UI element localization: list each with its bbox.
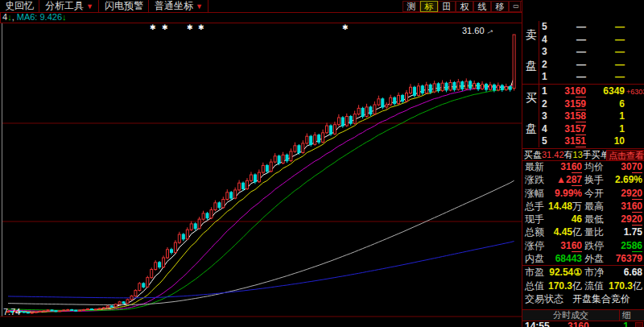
buy-row-3[interactable]: 3 3158 1 <box>539 110 644 122</box>
quote-value: 3160 <box>547 239 582 252</box>
quote-value: 9.99% <box>547 187 582 200</box>
quote-value: 46 <box>547 213 582 226</box>
buy-price[interactable]: 3159 <box>551 98 586 110</box>
toolbar-line-button[interactable]: 线 <box>473 1 491 12</box>
quote-label: 均价 <box>584 160 604 173</box>
quote-label: 最高 <box>584 200 604 213</box>
quote-label: 市净 <box>584 266 604 279</box>
menu-item-analysis-tools[interactable]: 分析工具▼ <box>40 0 99 12</box>
level: 4 <box>542 123 547 135</box>
order-book: 卖 盘 买 盘 5 — — 4 — — 3 — — 2 — — <box>522 21 644 147</box>
toolbar-rights-button[interactable]: 权 <box>456 1 473 12</box>
last-trade-row: 14:55 3160 1 <box>522 321 644 327</box>
sell-price[interactable]: — <box>551 59 586 71</box>
buy-label: 买 <box>526 92 537 103</box>
buy-row-4[interactable]: 4 3157 1 <box>539 123 644 135</box>
click-to-view-button[interactable]: 点击查看 <box>606 150 644 161</box>
quote-label: 市盈 <box>525 266 544 279</box>
buy-row-1[interactable]: 1 3160 6349 +6303 <box>539 85 644 97</box>
quote-label: 最低 <box>584 213 604 226</box>
toolbar-mark-button[interactable]: 标 <box>420 1 438 12</box>
buy-volume: 10 <box>588 135 625 147</box>
trade-price: 3160 <box>568 321 589 327</box>
quote-value: 3160 <box>603 200 642 213</box>
quote-label: 总值 <box>525 279 544 292</box>
level: 5 <box>542 135 547 147</box>
buy-price[interactable]: 3158 <box>551 110 586 122</box>
book-divider <box>522 84 644 85</box>
menu-item-history-recall[interactable]: 史回忆 <box>0 0 39 12</box>
sell-row-3[interactable]: 3 — — <box>539 46 644 58</box>
quote-label: 总额 <box>525 226 544 238</box>
menu-item-flash-alert[interactable]: 闪电预警 <box>100 0 149 12</box>
alert-star-icon: ✱ <box>150 24 156 31</box>
buy-price[interactable]: 3160 <box>551 85 586 97</box>
buy-price[interactable]: 3157 <box>551 123 586 135</box>
quote-value: 92.54① <box>547 266 582 279</box>
quote-row: 总额 4.45亿 量比 1.75 <box>522 226 644 238</box>
buy-row-2[interactable]: 2 3159 6 <box>539 98 644 110</box>
alert-star-icon: ✱ <box>198 24 204 31</box>
menu-label: 分析工具 <box>45 0 84 11</box>
level: 2 <box>542 98 547 110</box>
menu-item-normal-axis[interactable]: 普通坐标▼ <box>150 0 208 12</box>
chart-canvas[interactable] <box>0 23 522 327</box>
buy-price[interactable]: 3151 <box>551 135 586 147</box>
quote-value: 4.45亿 <box>547 226 582 238</box>
level: 1 <box>542 71 547 83</box>
sell-row-5[interactable]: 5 — — <box>539 21 644 33</box>
quote-label: 涨幅 <box>525 187 544 200</box>
quote-value: 2920 <box>603 213 642 226</box>
alert-star-icon: ✱ <box>162 24 168 31</box>
toolbar-move-button[interactable]: 移 <box>491 1 509 12</box>
quote-row: 涨跌 ▲287 换手 2.69% <box>522 173 644 186</box>
quote-value: 3070 <box>603 160 642 173</box>
level: 5 <box>542 21 547 33</box>
quote-label: 最新 <box>525 160 544 173</box>
sell-price[interactable]: — <box>551 21 586 33</box>
quote-detail-grid: 最新 3160 均价 3070 涨跌 ▲287 换手 2.69% 涨幅 9.99… <box>522 160 644 305</box>
quote-row: 涨幅 9.99% 今开 2920 <box>522 187 644 200</box>
quote-label: 跌停 <box>584 239 604 252</box>
toolbar-measure-button[interactable]: 测 <box>402 1 420 12</box>
level: 3 <box>542 110 547 122</box>
sell-row-4[interactable]: 4 — — <box>539 34 644 46</box>
level: 1 <box>542 85 547 97</box>
quote-row: 涨停 3160 跌停 2586 <box>522 239 644 252</box>
sell-volume: — <box>588 21 625 33</box>
sell-price[interactable]: — <box>551 71 586 83</box>
sell-label-2: 盘 <box>526 60 537 71</box>
level: 3 <box>542 46 547 58</box>
buy-volume: 6349 <box>588 85 625 97</box>
quote-value: 2920 <box>603 187 642 200</box>
quote-value: 1.75 <box>603 226 642 238</box>
dropdown-arrow-icon: ▼ <box>196 2 203 10</box>
buy-volume: 1 <box>588 123 625 135</box>
buy-order-notice: 买盘31.42有13手买单! 点击查看 <box>522 148 644 161</box>
quote-label: 内盘 <box>525 252 544 265</box>
sell-row-1[interactable]: 1 — — <box>539 71 644 83</box>
alert-star-icon: ✱ <box>187 24 193 31</box>
sell-price[interactable]: — <box>551 34 586 46</box>
tab-tick-trades[interactable]: 分时成交 <box>522 310 620 321</box>
bottom-tab-bar: 分时成交 细 <box>522 309 644 321</box>
sell-row-2[interactable]: 2 — — <box>539 59 644 71</box>
sell-price[interactable]: — <box>551 46 586 58</box>
quote-label: 涨跌 <box>525 173 544 186</box>
quote-label: 现手 <box>525 213 544 226</box>
quote-value: 2586 <box>603 239 642 252</box>
quote-row: 市盈 92.54① 市净 6.68 <box>522 266 644 279</box>
down-arrow-icon: ↓ <box>62 12 67 22</box>
dropdown-arrow-icon: ▼ <box>86 2 93 10</box>
trade-time: 14:55 <box>525 321 550 327</box>
min-price-label: 7.74 <box>3 307 20 317</box>
sell-volume: — <box>588 34 625 46</box>
quote-value: 76379 <box>603 252 642 265</box>
quote-label: 涨停 <box>525 239 544 252</box>
tab-detail[interactable]: 细 <box>622 310 631 321</box>
peak-price-label: 31.60→ <box>462 25 494 36</box>
buy-row-5[interactable]: 5 3151 10 <box>539 135 644 147</box>
status-label: 交易状态 <box>525 292 564 305</box>
toolbar-grid-button[interactable]: 田 <box>438 1 456 12</box>
candlestick-chart[interactable]: 31.60→ 7.74 ✱✱✱✱✱ <box>0 23 522 327</box>
